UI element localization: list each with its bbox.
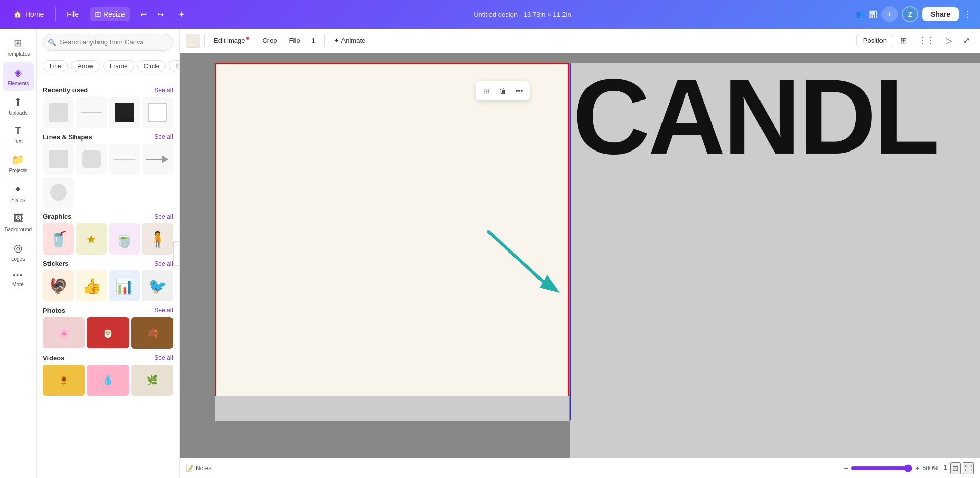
elements-panel: 🔍 Line Arrow Frame Circle Square › Recen… bbox=[37, 29, 180, 478]
hide-panel-button[interactable]: ‹ bbox=[173, 241, 180, 266]
sidebar-item-styles[interactable]: ✦ Styles bbox=[3, 179, 34, 208]
graphics-see-all[interactable]: See all bbox=[154, 213, 173, 220]
graphic-item-1[interactable]: ★ bbox=[76, 223, 107, 255]
share-button[interactable]: Share bbox=[922, 7, 959, 21]
sticker-item-1[interactable]: 👍 bbox=[76, 270, 107, 301]
grid-view-button[interactable]: ⊞ bbox=[896, 33, 911, 48]
sticker-item-0[interactable]: 🦃 bbox=[43, 270, 74, 301]
sticker-item-2[interactable]: 📊 bbox=[109, 270, 140, 301]
uploads-label: Uploads bbox=[9, 110, 28, 116]
photo-item-1[interactable]: 🎅 bbox=[87, 317, 129, 349]
home-button[interactable]: 🏠 Home bbox=[8, 7, 49, 21]
graphic-item-0[interactable]: 🥤 bbox=[43, 223, 74, 255]
float-delete-button[interactable]: 🗑 bbox=[495, 83, 510, 98]
search-input[interactable] bbox=[43, 34, 173, 51]
stickers-see-all[interactable]: See all bbox=[154, 260, 173, 267]
collaborate-icon[interactable]: 👥 bbox=[856, 10, 865, 18]
add-collaborator-button[interactable]: + bbox=[881, 6, 898, 22]
shape-line-1[interactable] bbox=[109, 144, 140, 175]
shape-item-line[interactable] bbox=[76, 97, 107, 128]
toolbar-separator-2 bbox=[324, 35, 325, 47]
expand-button[interactable]: ⤢ bbox=[959, 33, 974, 48]
sidebar-item-logos[interactable]: ◎ Logos bbox=[3, 238, 34, 266]
more-options-icon[interactable]: ⋮ bbox=[963, 9, 972, 20]
recently-used-title: Recently used bbox=[43, 86, 88, 94]
lines-shapes-title: Lines & Shapes bbox=[43, 133, 92, 141]
toolbar-separator-1 bbox=[204, 35, 205, 47]
canvas-design-area: CANDL bbox=[180, 53, 980, 458]
canvas-vertical-guide bbox=[570, 63, 571, 420]
float-group-button[interactable]: ⊞ bbox=[479, 83, 494, 98]
fullscreen-button[interactable]: ⛶ bbox=[963, 462, 974, 474]
file-button[interactable]: File bbox=[62, 7, 84, 21]
edit-image-button[interactable]: Edit image bbox=[209, 34, 255, 47]
sidebar-item-text[interactable]: T Text bbox=[3, 121, 34, 148]
videos-see-all[interactable]: See all bbox=[154, 354, 173, 361]
photo-item-2[interactable]: 🍂 bbox=[131, 317, 173, 349]
svg-marker-3 bbox=[540, 275, 560, 293]
bottom-bar: 📝 Notes − + 500% 1 ⊡ ⛶ bbox=[180, 458, 980, 478]
tab-frame[interactable]: Frame bbox=[103, 60, 134, 72]
flip-button[interactable]: Flip bbox=[284, 34, 305, 47]
shape-circle[interactable] bbox=[43, 177, 74, 208]
notes-button[interactable]: 📝 Notes bbox=[186, 465, 211, 472]
charts-icon[interactable]: 📊 bbox=[869, 10, 877, 18]
toolbar-right: Position ⊞ ⋮⋮ ▷ ⤢ bbox=[856, 33, 974, 48]
shape-item-rect-border[interactable] bbox=[142, 97, 173, 128]
present-button[interactable]: ▷ bbox=[942, 33, 956, 48]
photo-item-0[interactable]: 🌸 bbox=[43, 317, 85, 349]
videos-grid: 🌻 💧 🌿 bbox=[43, 365, 173, 396]
lines-shapes-see-all[interactable]: See all bbox=[154, 133, 173, 140]
shape-arrow-1[interactable] bbox=[142, 144, 173, 175]
sidebar-item-more[interactable]: ••• More bbox=[3, 267, 34, 292]
sidebar-item-elements[interactable]: ◈ Elements bbox=[3, 62, 34, 91]
video-item-1[interactable]: 💧 bbox=[87, 365, 129, 396]
zoom-controls: − + 500% bbox=[844, 464, 938, 472]
animate-button[interactable]: ✦ Animate bbox=[329, 34, 371, 47]
undo-button[interactable]: ↩ bbox=[136, 7, 151, 22]
sidebar-item-uploads[interactable]: ⬆ Uploads bbox=[3, 92, 34, 120]
graphic-item-3[interactable]: 🧍 bbox=[142, 223, 173, 255]
avatar[interactable]: Z bbox=[902, 6, 918, 22]
home-icon: 🏠 bbox=[13, 10, 22, 18]
lines-shapes-grid bbox=[43, 144, 173, 208]
recently-used-see-all[interactable]: See all bbox=[154, 87, 173, 94]
tab-circle[interactable]: Circle bbox=[137, 60, 166, 72]
view-icons: 1 ⊡ ⛶ bbox=[942, 462, 974, 474]
shape-rect-1[interactable] bbox=[43, 144, 74, 175]
tab-arrow[interactable]: Arrow bbox=[71, 60, 100, 72]
video-item-0[interactable]: 🌻 bbox=[43, 365, 85, 396]
styles-icon: ✦ bbox=[14, 183, 22, 195]
position-button[interactable]: Position bbox=[856, 34, 893, 47]
sidebar-item-projects[interactable]: 📁 Projects bbox=[3, 149, 34, 178]
fit-screen-button[interactable]: ⊡ bbox=[950, 462, 961, 474]
color-swatch[interactable] bbox=[186, 34, 200, 48]
zoom-out-button[interactable]: − bbox=[844, 464, 848, 472]
elements-label: Elements bbox=[8, 81, 29, 87]
shape-tabs: Line Arrow Frame Circle Square › bbox=[37, 56, 179, 77]
projects-icon: 📁 bbox=[12, 154, 24, 166]
shape-item-rect-gray[interactable] bbox=[43, 97, 74, 128]
layout-button[interactable]: ⋮⋮ bbox=[914, 33, 939, 48]
shape-item-rect-black[interactable] bbox=[109, 97, 140, 128]
resize-button[interactable]: ⊡ Resize bbox=[90, 7, 130, 21]
info-button[interactable]: ℹ bbox=[307, 34, 320, 47]
shape-rect-rounded[interactable] bbox=[76, 144, 107, 175]
zoom-slider[interactable] bbox=[851, 464, 912, 472]
crop-button[interactable]: Crop bbox=[257, 34, 282, 47]
video-item-2[interactable]: 🌿 bbox=[131, 365, 173, 396]
photos-see-all[interactable]: See all bbox=[154, 307, 173, 314]
sticker-item-3[interactable]: 🐦 bbox=[142, 270, 173, 301]
graphic-item-2[interactable]: 🍵 bbox=[109, 223, 140, 255]
sparkle-button[interactable]: ✦ bbox=[174, 7, 189, 22]
text-label: Text bbox=[13, 138, 22, 144]
tab-square[interactable]: Square bbox=[169, 60, 179, 72]
tab-line[interactable]: Line bbox=[43, 60, 68, 72]
svg-marker-1 bbox=[162, 156, 168, 163]
float-more-button[interactable]: ••• bbox=[511, 83, 527, 98]
sidebar-item-background[interactable]: 🖼 Background bbox=[3, 209, 34, 237]
redo-button[interactable]: ↪ bbox=[153, 7, 168, 22]
icon-bar: ⊞ Templates ◈ Elements ⬆ Uploads T Text … bbox=[0, 29, 37, 478]
sidebar-item-templates[interactable]: ⊞ Templates bbox=[3, 33, 34, 61]
zoom-in-button[interactable]: + bbox=[915, 464, 919, 472]
